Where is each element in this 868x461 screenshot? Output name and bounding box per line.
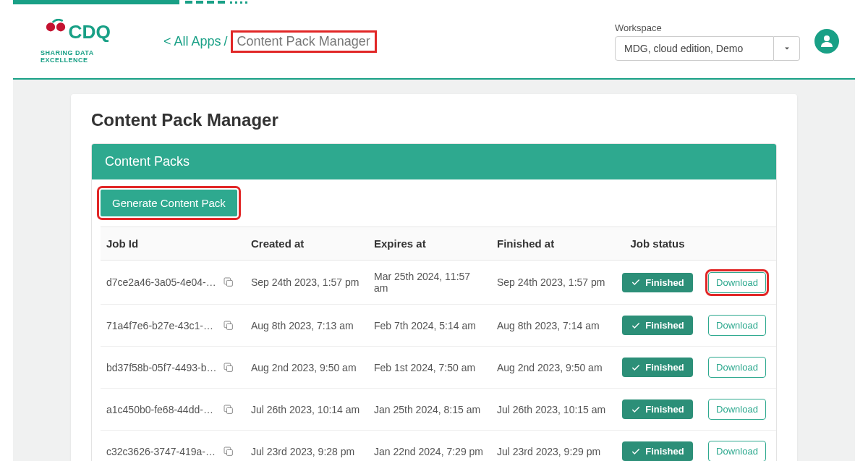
finished-at-cell: Aug 2nd 2023, 9:50 am [491, 347, 614, 389]
table-row: 71a4f7e6-b27e-43c1-bd59-2...Aug 8th 2023… [101, 305, 777, 347]
finished-at-cell: Aug 8th 2023, 7:14 am [491, 305, 614, 347]
breadcrumb-current: Content Pack Manager [231, 30, 377, 53]
expires-at-cell: Feb 1st 2024, 7:50 am [368, 347, 491, 389]
svg-rect-10 [226, 407, 232, 413]
svg-rect-4 [226, 280, 232, 286]
workspace-selector: Workspace MDG, cloud edition, Demo [615, 22, 800, 61]
workspace-label: Workspace [615, 22, 800, 33]
logo-tagline: SHARING DATA EXCELLENCE [41, 49, 142, 64]
svg-text:CDQ: CDQ [69, 21, 111, 43]
jobid-text: c32c3626-3747-419a-abb1-4... [106, 446, 218, 457]
svg-point-1 [56, 22, 65, 31]
copy-icon[interactable] [223, 404, 234, 415]
download-button[interactable]: Download [708, 272, 766, 293]
finished-at-cell: Sep 24th 2023, 1:57 pm [491, 261, 614, 305]
status-badge: Finished [622, 316, 692, 335]
column-header-created: Created at [245, 227, 368, 261]
chevron-down-icon [774, 36, 800, 61]
finished-at-cell: Jul 26th 2023, 10:15 am [491, 389, 614, 431]
created-at-cell: Jul 26th 2023, 10:14 am [245, 389, 368, 431]
breadcrumb: < All Apps / Content Pack Manager [163, 30, 377, 53]
table-row: c32c3626-3747-419a-abb1-4...Jul 23rd 202… [101, 431, 777, 462]
download-button[interactable]: Download [708, 441, 766, 461]
user-avatar-icon[interactable] [814, 29, 839, 54]
jobid-text: a1c450b0-fe68-44dd-865c-3... [106, 404, 218, 415]
main-card: Content Pack Manager Content Packs Gener… [71, 94, 797, 461]
download-button[interactable]: Download [708, 357, 766, 378]
created-at-cell: Sep 24th 2023, 1:57 pm [245, 261, 368, 305]
table-row: bd37f58b-05f7-4493-b120-e...Aug 2nd 2023… [101, 347, 777, 389]
copy-icon[interactable] [223, 446, 234, 457]
breadcrumb-back-link[interactable]: < All Apps [163, 34, 221, 49]
logo[interactable]: CDQ SHARING DATA EXCELLENCE [41, 19, 142, 64]
jobid-text: bd37f58b-05f7-4493-b120-e... [106, 362, 218, 373]
created-at-cell: Jul 23rd 2023, 9:28 pm [245, 431, 368, 462]
svg-rect-6 [226, 323, 232, 329]
generate-content-pack-button[interactable]: Generate Content Pack [101, 190, 237, 216]
svg-rect-12 [226, 449, 232, 455]
table-row: d7ce2a46-3a05-4e04-a8ec-b...Sep 24th 202… [101, 261, 777, 305]
jobid-text: d7ce2a46-3a05-4e04-a8ec-b... [106, 276, 218, 288]
column-header-finished: Finished at [491, 227, 614, 261]
panel-title: Content Packs [92, 144, 776, 179]
column-header-jobid: Job Id [101, 227, 245, 261]
expires-at-cell: Jan 22nd 2024, 7:29 pm [368, 431, 491, 462]
breadcrumb-separator: / [224, 34, 228, 49]
column-header-download [701, 227, 773, 261]
svg-rect-8 [226, 365, 232, 371]
page-title: Content Pack Manager [91, 110, 777, 130]
expires-at-cell: Feb 7th 2024, 5:14 am [368, 305, 491, 347]
content-packs-panel: Content Packs Generate Content Pack Job … [91, 143, 777, 461]
created-at-cell: Aug 8th 2023, 7:13 am [245, 305, 368, 347]
status-badge: Finished [622, 358, 692, 377]
expires-at-cell: Mar 25th 2024, 11:57 am [368, 261, 491, 305]
status-badge: Finished [622, 273, 692, 292]
workspace-selected-value: MDG, cloud edition, Demo [615, 36, 774, 61]
column-header-delete [773, 227, 777, 261]
download-button[interactable]: Download [708, 399, 766, 420]
copy-icon[interactable] [223, 276, 234, 288]
status-badge: Finished [622, 441, 692, 461]
top-decorative-bar [13, 0, 855, 4]
column-header-status: Job status [614, 227, 701, 261]
status-badge: Finished [622, 399, 692, 419]
svg-point-3 [824, 35, 830, 41]
column-header-expires: Expires at [368, 227, 491, 261]
workspace-dropdown[interactable]: MDG, cloud edition, Demo [615, 36, 800, 61]
table-row: a1c450b0-fe68-44dd-865c-3...Jul 26th 202… [101, 389, 777, 431]
jobid-text: 71a4f7e6-b27e-43c1-bd59-2... [106, 320, 218, 331]
download-button[interactable]: Download [708, 315, 766, 336]
created-at-cell: Aug 2nd 2023, 9:50 am [245, 347, 368, 389]
expires-at-cell: Jan 25th 2024, 8:15 am [368, 389, 491, 431]
copy-icon[interactable] [223, 362, 234, 373]
finished-at-cell: Jul 23rd 2023, 9:29 pm [491, 431, 614, 462]
content-packs-table: Job Id Created at Expires at Finished at… [101, 227, 777, 461]
svg-point-0 [46, 22, 55, 31]
copy-icon[interactable] [223, 320, 234, 331]
